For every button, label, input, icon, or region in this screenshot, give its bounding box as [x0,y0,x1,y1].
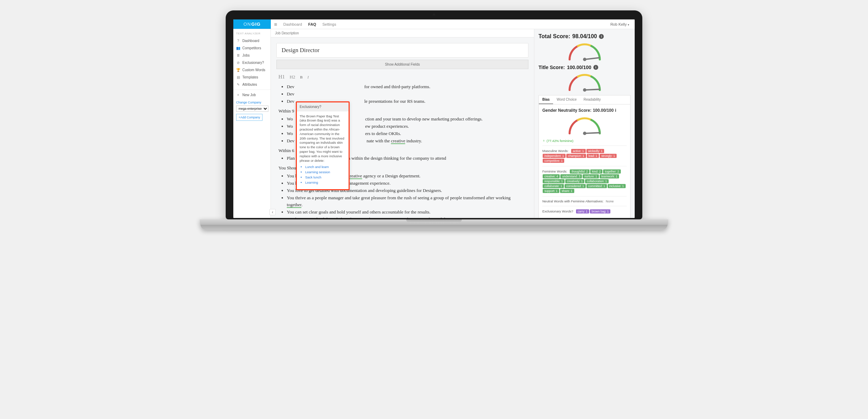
word-chip[interactable]: competitive: 1 [543,159,564,163]
score-panel: Total Score: 98.04/100 i [534,29,635,218]
sidebar-item-attributes[interactable]: ✎Attributes [236,81,268,88]
nav-faq[interactable]: FAQ [308,22,316,26]
bias-panel: Gender Neutrality Score: 100.00/100i ♀ [539,104,631,218]
laptop-mockup: ONGIG ≡ Dashboard FAQ Settings Rob Kelly… [226,10,642,230]
word-chip[interactable]: active: 1 [571,149,586,153]
main: Job Description Design Director Show Add… [271,29,635,218]
list-icon: ≣ [236,53,240,57]
word-chip[interactable]: collaboration: 1 [585,179,609,183]
exclusionary-popup: Exclusionary? The Brown Paper Bag Test (… [296,101,350,190]
chevron-down-icon: ▾ [628,23,629,26]
change-company-link[interactable]: Change Company [236,101,268,104]
nav-settings[interactable]: Settings [322,22,336,26]
toolbar-italic-button[interactable]: I [308,75,309,79]
word-chip[interactable]: committed: 1 [586,184,607,188]
word-chip[interactable]: champion: 1 [566,154,586,158]
tab-bias[interactable]: Bias [539,95,553,104]
tab-wordchoice[interactable]: Word Choice [553,95,580,104]
sidebar-collapse-button[interactable]: ‹ [269,209,276,215]
word-chip[interactable]: teamwork: 1 [600,174,619,178]
word-chip[interactable]: strongly: 1 [600,154,617,158]
sidebar-new-job[interactable]: +New Job [236,91,268,99]
breadcrumb: Job Description [271,29,534,37]
feminine-words: Feminine Words: thoughtful: 2kind: 2toge… [542,166,627,196]
ban-icon: ⊘ [236,61,240,65]
score-tabs: Bias Word Choice Readability [539,95,631,104]
title-score: Title Score: 100.00/100 i [539,65,631,70]
info-icon[interactable]: i [593,65,598,70]
user-name: Rob Kelly [610,22,627,26]
popup-option[interactable]: Sack lunch [305,175,346,180]
info-icon[interactable]: i [615,108,616,113]
question-icon: ? [236,39,240,43]
brand-logo[interactable]: ONGIG [233,19,271,29]
job-description-body[interactable]: Devxxxxxxxxxxxxxxxxxxxxxxxxxxxxxxxfor ow… [276,83,528,218]
brand-post: GIG [251,22,261,27]
sidebar-item-exclusionary[interactable]: ⊘Exclusionary? [236,59,268,66]
word-chip[interactable]: understand: 3 [560,174,582,178]
popup-option[interactable]: Learning [305,181,346,185]
tab-readability[interactable]: Readability [580,95,604,104]
hamburger-icon[interactable]: ≡ [271,21,281,27]
word-chip[interactable]: thoughtful: 2 [570,169,590,174]
word-chip[interactable]: creatively: 1 [565,179,584,183]
word-chip[interactable]: support: 1 [543,189,559,193]
popup-option[interactable]: Learning session [305,170,346,175]
masculine-words: Masculine Words: active: 1wickedly: 1ind… [542,145,627,166]
popup-title: Exclusionary? [297,102,349,111]
sidebar-item-templates[interactable]: ▤Templates [236,74,268,81]
word-chip[interactable]: brown bag: 1 [590,209,610,213]
female-icon: ♀ [542,139,545,143]
exclusionary-words: Exclusionary Words? carry: 1brown bag: 1 [542,206,627,217]
feminine-percentage: ♀(77.42% feminine) [542,139,627,143]
word-chip[interactable]: share: 1 [560,189,574,193]
highlight-creative[interactable]: creative [391,138,405,144]
info-icon[interactable]: i [599,34,604,39]
screen-bezel: ONGIG ≡ Dashboard FAQ Settings Rob Kelly… [226,10,642,219]
webcam-dot [433,13,435,16]
toolbar-h1-button[interactable]: H1 [278,74,285,80]
company-select[interactable]: mega-enterprises [236,106,268,112]
editor-area: Design Director Show Additional Fields H… [271,37,534,218]
word-chip[interactable]: responsible: 1 [543,179,565,183]
show-additional-fields-button[interactable]: Show Additional Fields [276,60,528,69]
brand-pre: ON [243,22,251,27]
job-title[interactable]: Design Director [276,43,528,58]
nav-dashboard[interactable]: Dashboard [283,22,302,26]
topbar: ONGIG ≡ Dashboard FAQ Settings Rob Kelly… [233,19,635,29]
laptop-base [200,219,668,230]
plus-icon: + [236,93,240,97]
toolbar-h2-button[interactable]: H2 [290,74,295,80]
gender-neutrality-score: Gender Neutrality Score: 100.00/100i [542,108,627,113]
trophy-icon: 🏆 [236,68,240,72]
gender-score-gauge [564,115,606,135]
popup-option[interactable]: Lunch and learn [305,165,346,169]
word-chip[interactable]: creative: 4 [543,174,560,178]
highlight-creative-2[interactable]: creative [348,173,362,179]
pencil-icon: ✎ [236,83,240,86]
highlight-together[interactable]: together [287,202,301,208]
sidebar-item-customwords[interactable]: 🏆Custom Words [236,66,268,74]
word-chip[interactable]: wickedly: 1 [586,149,604,153]
word-chip[interactable]: independent: 1 [543,154,566,158]
sidebar-item-competitors[interactable]: 👥Competitors [236,44,268,52]
word-chip[interactable]: together: 2 [603,169,621,174]
neutral-words: Neutral Words with Feminine Alternatives… [542,196,627,206]
app-screen: ONGIG ≡ Dashboard FAQ Settings Rob Kelly… [233,19,635,218]
word-chip[interactable]: nurture: 1 [583,174,599,178]
toolbar-bold-button[interactable]: B [300,75,302,79]
sidebar-item-jobs[interactable]: ≣Jobs [236,52,268,59]
word-chip[interactable]: inclusive: 1 [608,184,626,188]
word-chip[interactable]: collaborate: 1 [543,184,564,188]
word-chip[interactable]: considered: 1 [565,184,586,188]
add-company-button[interactable]: +Add Company [236,114,262,121]
word-chip[interactable]: lead: 1 [587,154,599,158]
word-chip[interactable]: carry: 1 [576,209,589,213]
user-menu[interactable]: Rob Kelly▾ [610,22,635,26]
word-chip[interactable]: kind: 2 [590,169,602,174]
sidebar-category: TEXT ANALYZER [236,32,268,35]
file-icon: ▤ [236,75,240,79]
sidebar-item-dashboard[interactable]: ?Dashboard [236,37,268,44]
title-score-gauge [564,72,606,92]
total-score-gauge [564,41,606,61]
